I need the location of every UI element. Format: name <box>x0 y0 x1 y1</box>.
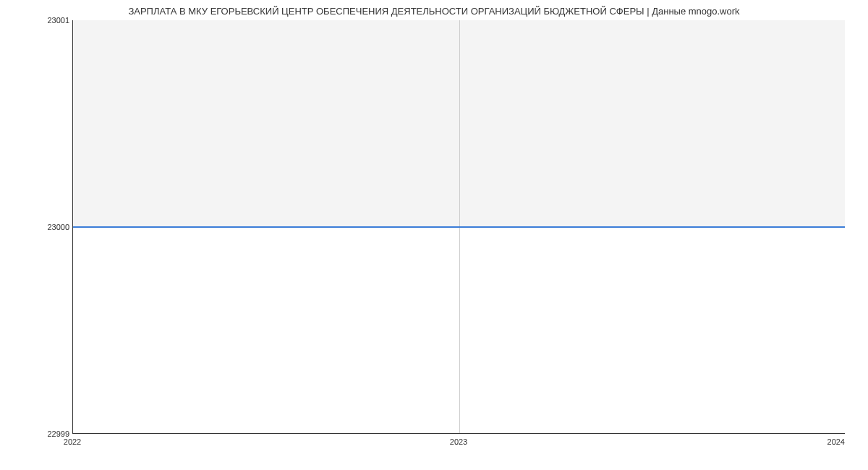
x-tick-label: 2022 <box>64 437 81 446</box>
chart-title: ЗАРПЛАТА В МКУ ЕГОРЬЕВСКИЙ ЦЕНТР ОБЕСПЕЧ… <box>0 6 868 17</box>
plot-area <box>72 20 845 434</box>
y-tick-label: 23001 <box>47 16 69 25</box>
data-line <box>73 226 845 228</box>
x-tick-label: 2023 <box>450 437 467 446</box>
x-tick-label: 2024 <box>827 437 845 446</box>
y-tick-label: 23000 <box>47 223 69 231</box>
